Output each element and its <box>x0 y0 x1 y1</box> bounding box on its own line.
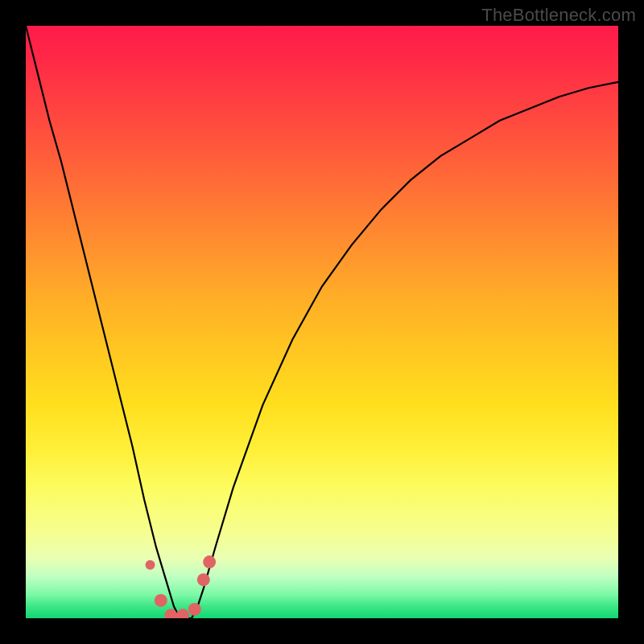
chart-frame: TheBottleneck.com <box>0 0 644 644</box>
bottleneck-curve-svg <box>26 26 618 618</box>
curve-marker <box>176 609 189 618</box>
plot-area <box>26 26 618 618</box>
attribution-watermark: TheBottleneck.com <box>481 5 636 26</box>
curve-marker <box>188 603 201 616</box>
curve-markers <box>146 555 217 618</box>
curve-marker <box>146 560 155 570</box>
curve-marker <box>203 555 216 568</box>
bottleneck-curve <box>26 26 618 618</box>
curve-marker <box>155 594 167 607</box>
curve-marker <box>197 573 210 586</box>
